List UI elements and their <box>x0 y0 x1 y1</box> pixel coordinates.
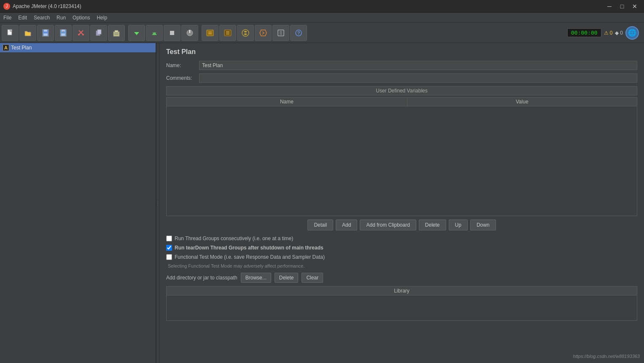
table-row <box>167 106 637 216</box>
svg-marker-19 <box>152 32 157 35</box>
svg-point-10 <box>78 34 80 35</box>
title-bar: J Apache JMeter (4.0 r1823414) ─ □ ✕ <box>0 0 644 13</box>
browse-button[interactable]: Browse... <box>241 273 271 283</box>
library-header: Library <box>167 287 637 295</box>
title-bar-left: J Apache JMeter (4.0 r1823414) <box>3 3 81 10</box>
col-name: Name <box>167 98 407 106</box>
run-teardown-checkbox[interactable] <box>166 245 172 251</box>
warning-icon: ⚠ <box>604 30 609 36</box>
toolbar: ! <box>0 23 644 43</box>
svg-rect-21 <box>170 31 174 35</box>
timer-display: 00:00:00 <box>567 28 601 37</box>
functional-test-checkbox[interactable] <box>166 254 172 260</box>
left-panel: A Test Plan <box>0 43 156 363</box>
svg-rect-17 <box>114 34 119 35</box>
variables-body <box>167 106 637 216</box>
save-button[interactable] <box>37 25 54 41</box>
copy-button[interactable] <box>90 25 107 41</box>
classpath-delete-button[interactable]: Delete <box>275 273 299 283</box>
clear-button[interactable]: Clear <box>302 273 323 283</box>
tree-item-label: Test Plan <box>11 45 32 51</box>
run-thread-groups-label: Run Thread Groups consecutively (i.e. on… <box>175 236 293 241</box>
right-panel: Test Plan Name: Comments: User Defined V… <box>159 43 644 363</box>
svg-point-26 <box>242 30 249 36</box>
svg-point-11 <box>82 34 84 35</box>
paste-button[interactable] <box>108 25 125 41</box>
classpath-label: Add directory or jar to classpath <box>166 275 237 281</box>
svg-rect-23 <box>189 30 190 33</box>
title-text: Apache JMeter (4.0 r1823414) <box>13 3 81 9</box>
globe-icon: 🌐 <box>625 26 639 40</box>
library-table: Library <box>166 286 637 321</box>
add-from-clipboard-button[interactable]: Add from Clipboard <box>360 219 416 230</box>
error-icon: ◆ <box>615 30 619 36</box>
warning-count: 0 <box>610 30 613 36</box>
svg-rect-24 <box>207 30 213 36</box>
menu-search[interactable]: Search <box>30 13 53 22</box>
main-layout: A Test Plan ⋮ Test Plan Name: Comments: … <box>0 43 644 363</box>
drag-handle[interactable]: ⋮ <box>156 43 159 363</box>
svg-marker-2 <box>10 30 12 31</box>
library-cell <box>167 295 637 321</box>
svg-rect-13 <box>97 30 101 34</box>
svg-rect-5 <box>43 33 48 36</box>
action-buttons-row: Detail Add Add from Clipboard Delete Up … <box>166 219 637 230</box>
tbd6-button[interactable]: ? <box>290 25 307 41</box>
stop-button[interactable] <box>164 25 181 41</box>
tbd5-button[interactable] <box>272 25 289 41</box>
maximize-button[interactable]: □ <box>616 2 628 11</box>
run-thread-groups-checkbox[interactable] <box>166 236 172 241</box>
svg-rect-4 <box>44 30 47 32</box>
close-button[interactable]: ✕ <box>629 2 641 11</box>
tbd4-button[interactable] <box>255 25 272 41</box>
tbd1-button[interactable] <box>202 25 218 41</box>
svg-marker-27 <box>260 30 267 36</box>
detail-button[interactable]: Detail <box>307 219 333 230</box>
variables-section-label: User Defined Variables <box>166 86 637 95</box>
classpath-row: Add directory or jar to classpath Browse… <box>166 273 637 283</box>
menu-edit[interactable]: Edit <box>15 13 30 22</box>
cut-button[interactable] <box>73 25 89 41</box>
svg-marker-18 <box>134 32 139 35</box>
comments-input[interactable] <box>199 73 637 83</box>
toolbar-right: 00:00:00 ⚠ 0 ◆ 0 🌐 <box>567 26 639 40</box>
down-button[interactable]: Down <box>470 219 496 230</box>
library-body <box>167 295 637 321</box>
menu-bar: File Edit Search Run Options Help <box>0 13 644 23</box>
expand-button[interactable] <box>128 25 145 41</box>
menu-run[interactable]: Run <box>53 13 69 22</box>
save-as-button[interactable]: ! <box>55 25 72 41</box>
name-input[interactable] <box>199 61 637 70</box>
new-button[interactable] <box>2 25 19 41</box>
variables-table: Name Value <box>166 97 637 216</box>
menu-file[interactable]: File <box>0 13 15 22</box>
menu-options[interactable]: Options <box>69 13 93 22</box>
checkbox-run-thread-groups: Run Thread Groups consecutively (i.e. on… <box>166 236 637 241</box>
svg-rect-8 <box>61 33 65 36</box>
add-button[interactable]: Add <box>336 219 357 230</box>
collapse-button[interactable] <box>146 25 163 41</box>
panel-title: Test Plan <box>166 48 637 56</box>
col-value: Value <box>407 98 637 106</box>
name-label: Name: <box>166 62 196 68</box>
checkbox-functional-test: Functional Test Mode (i.e. save Response… <box>166 254 637 260</box>
minimize-button[interactable]: ─ <box>604 2 615 11</box>
delete-button[interactable]: Delete <box>419 219 446 230</box>
shutdown-button[interactable] <box>181 25 198 41</box>
svg-text:?: ? <box>297 30 300 35</box>
menu-help[interactable]: Help <box>93 13 110 22</box>
open-button[interactable] <box>19 25 36 41</box>
error-badge: ◆ 0 <box>615 30 623 36</box>
watermark: https://blog.csdn.net/w88193363 <box>573 354 640 359</box>
tbd2-button[interactable] <box>219 25 236 41</box>
checkbox-run-teardown: Run tearDown Thread Groups after shutdow… <box>166 245 637 251</box>
up-button[interactable]: Up <box>449 219 468 230</box>
tbd3-button[interactable] <box>237 25 254 41</box>
functional-test-label: Functional Test Mode (i.e. save Response… <box>175 254 325 260</box>
empty-cell <box>167 106 637 216</box>
svg-rect-16 <box>114 33 119 34</box>
testplan-icon: A <box>3 44 9 51</box>
error-count: 0 <box>620 30 623 36</box>
tree-item-testplan[interactable]: A Test Plan <box>0 43 156 52</box>
comments-field-row: Comments: <box>166 73 637 83</box>
